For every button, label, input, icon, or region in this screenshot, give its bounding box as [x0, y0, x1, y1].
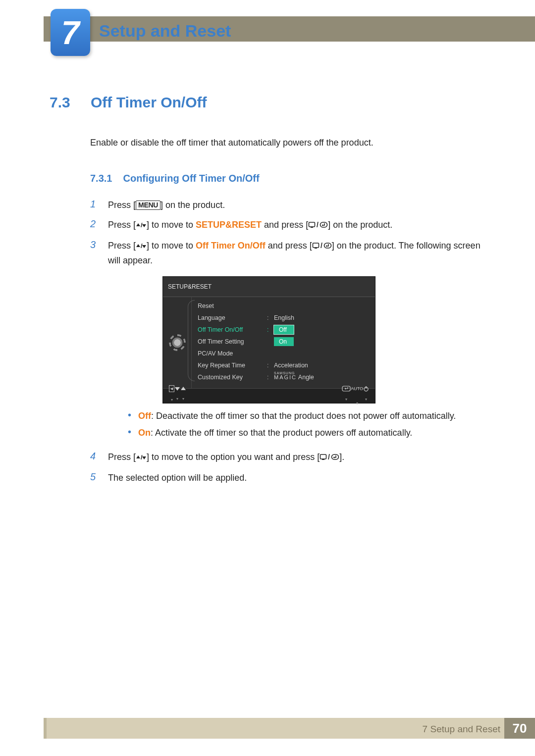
subsection-number: 7.3.1 — [90, 173, 112, 184]
options-list: •Off: Deactivate the off timer so that t… — [128, 409, 493, 439]
osd-screenshot: SETUP&RESET Reset Language:English Off T… — [162, 276, 493, 403]
section-title: Off Timer On/Off — [91, 94, 207, 111]
osd-row-reset: Reset — [198, 300, 375, 312]
osd-customkey-value: SAMSUNG MAGIC Angle — [274, 370, 314, 384]
svg-marker-2 — [142, 224, 146, 227]
chapter-number: 7 — [61, 14, 80, 51]
svg-marker-0 — [136, 223, 140, 226]
step-text: Press [/] to move to the option you want… — [108, 450, 493, 465]
svg-rect-26 — [322, 459, 324, 460]
svg-text:/: / — [141, 454, 143, 461]
option-off: •Off: Deactivate the off timer so that t… — [128, 409, 493, 422]
chapter-title: Setup and Reset — [99, 21, 231, 41]
osd-panel: SETUP&RESET Reset Language:English Off T… — [162, 276, 375, 403]
step-number: 4 — [90, 450, 99, 462]
svg-marker-15 — [325, 245, 327, 247]
up-down-icon: / — [136, 219, 147, 233]
steps-list: 1 Press [MENU] on the product. 2 Press [… — [90, 198, 493, 485]
osd-option-on: On — [274, 335, 294, 349]
svg-text:/: / — [317, 221, 319, 229]
svg-text:/: / — [141, 243, 143, 250]
source-enter-icon: / — [320, 451, 339, 465]
osd-row-customkey: Customized Key: SAMSUNG MAGIC Angle — [198, 371, 375, 383]
section-heading: 7.3 Off Timer On/Off — [50, 94, 493, 111]
step-2: 2 Press [/] to move to SETUP&RESET and p… — [90, 218, 493, 233]
svg-marker-22 — [136, 455, 140, 458]
osd-menu-column: Reset Language:English Off Timer On/Off:… — [192, 297, 375, 388]
page-number: 70 — [504, 718, 535, 739]
section-number: 7.3 — [50, 94, 77, 111]
section-intro: Enable or disable the off timer that aut… — [90, 138, 493, 148]
svg-rect-3 — [309, 222, 315, 227]
svg-text:/: / — [321, 242, 322, 250]
step-text: Press [MENU] on the product. — [108, 198, 493, 212]
chapter-tab: 7 — [51, 9, 90, 56]
osd-row-language: Language:English — [198, 312, 375, 324]
osd-footer-up-icon: ▾ — [180, 386, 186, 406]
step-5: 5 The selected option will be applied. — [90, 471, 493, 485]
svg-rect-6 — [321, 222, 327, 227]
svg-text:/: / — [328, 453, 330, 461]
svg-rect-11 — [313, 243, 319, 248]
step-number: 3 — [90, 239, 99, 251]
osd-title: SETUP&RESET — [163, 277, 375, 297]
svg-marker-10 — [142, 245, 146, 248]
body-area: 7.3 Off Timer On/Off Enable or disable t… — [50, 94, 493, 491]
source-enter-icon: / — [308, 219, 328, 233]
step-number: 5 — [90, 471, 99, 483]
menu-button-label: MENU — [136, 201, 160, 210]
step-text: The selected option will be applied. — [108, 471, 493, 485]
step-text: Press [/] to move to SETUP&RESET and pre… — [108, 218, 493, 233]
svg-rect-12 — [315, 248, 317, 249]
step-text: Press [/] to move to Off Timer On/Off an… — [108, 239, 493, 444]
highlight-setupreset: SETUP&RESET — [196, 220, 262, 230]
svg-marker-16 — [175, 387, 180, 391]
gear-icon — [171, 336, 184, 349]
footer-label: 7 Setup and Reset — [423, 724, 500, 735]
osd-row-keyrepeat: Key Repeat Time:Acceleration — [198, 359, 375, 371]
osd-row-pcav: PC/AV Mode — [198, 348, 375, 359]
step-4: 4 Press [/] to move to the option you wa… — [90, 450, 493, 465]
svg-marker-7 — [322, 224, 323, 226]
svg-rect-4 — [311, 227, 313, 228]
svg-marker-17 — [181, 387, 186, 390]
osd-footer-power-icon: ▾ — [363, 386, 369, 406]
highlight-offtimer: Off Timer On/Off — [196, 241, 266, 251]
bullet-icon: • — [128, 409, 131, 422]
step-number: 2 — [90, 218, 99, 230]
svg-rect-25 — [321, 454, 326, 459]
osd-footer-enter-icon: ▾ — [342, 386, 351, 406]
footer-left-accent — [44, 718, 47, 739]
step-1: 1 Press [MENU] on the product. — [90, 198, 493, 212]
svg-marker-8 — [136, 244, 140, 247]
osd-row-offtimer: Off Timer On/Off: Off — [198, 324, 375, 336]
bullet-icon: • — [128, 426, 131, 439]
up-down-icon: / — [136, 451, 147, 465]
step-number: 1 — [90, 198, 99, 210]
osd-footer: ◂▾ ▾ ▾ ▾ AUTO▾ ▾ — [163, 388, 375, 403]
subsection-heading: 7.3.1 Configuring Off Timer On/Off — [90, 173, 493, 184]
svg-rect-28 — [332, 454, 339, 459]
option-on: •On: Activate the off timer so that the … — [128, 426, 493, 439]
svg-marker-24 — [142, 456, 146, 459]
step-3: 3 Press [/] to move to Off Timer On/Off … — [90, 239, 493, 444]
osd-curve-decoration — [188, 300, 195, 381]
subsection-title: Configuring Off Timer On/Off — [123, 173, 259, 184]
osd-footer-down-icon: ▾ — [174, 386, 180, 406]
up-down-icon: / — [136, 240, 147, 253]
svg-rect-14 — [324, 243, 331, 248]
svg-marker-29 — [333, 456, 335, 458]
osd-footer-back-icon: ◂▾ — [169, 385, 174, 407]
svg-text:/: / — [141, 222, 143, 229]
source-enter-icon: / — [312, 240, 332, 253]
